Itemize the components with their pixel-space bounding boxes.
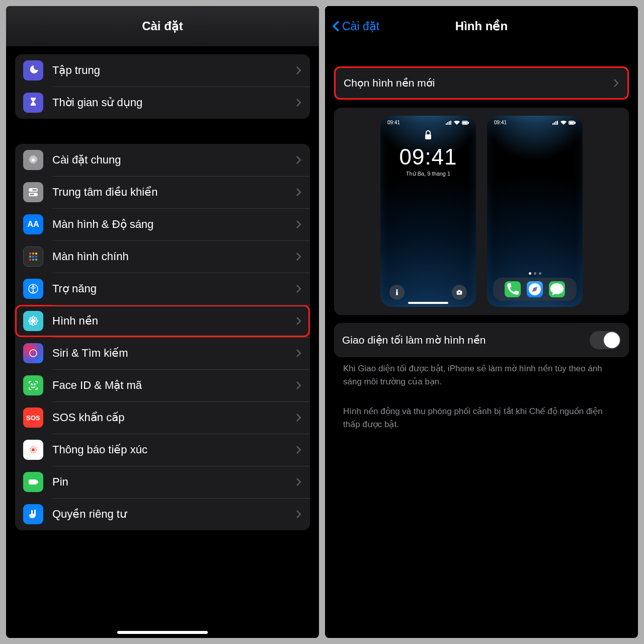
choose-wallpaper-group: Chọn hình nền mới (334, 66, 629, 100)
moon-icon (23, 60, 43, 80)
row-label: Trung tâm điều khiển (52, 186, 287, 199)
row-sos[interactable]: SOS SOS khẩn cấp (15, 401, 310, 434)
svg-point-26 (31, 384, 32, 385)
row-label: Tập trung (52, 64, 287, 77)
hand-icon (23, 504, 43, 524)
svg-rect-43 (552, 123, 553, 125)
chevron-right-icon (296, 316, 302, 326)
messages-app-icon (549, 281, 565, 297)
footnote-1: Khi Giao diện tối được bật, iPhone sẽ là… (334, 357, 629, 388)
svg-rect-11 (29, 259, 31, 261)
sos-icon: SOS (23, 408, 43, 428)
lockscreen-preview[interactable]: 09:41 09:41 Thứ Ba, 9 tháng 1 (380, 116, 476, 307)
exposure-icon (23, 440, 43, 460)
row-accessibility[interactable]: Trợ năng (15, 273, 310, 305)
row-label: Pin (52, 475, 287, 489)
svg-rect-8 (29, 256, 31, 258)
home-indicator (408, 302, 448, 304)
row-label: Trợ năng (52, 282, 287, 295)
chevron-right-icon (296, 155, 302, 165)
mini-status-bar: 09:41 (487, 116, 583, 125)
row-label: Thời gian sử dụng (52, 96, 287, 109)
chevron-right-icon (296, 98, 302, 107)
svg-rect-48 (575, 122, 576, 123)
row-display-brightness[interactable]: AA Màn hình & Độ sáng (15, 208, 310, 240)
svg-rect-33 (447, 122, 448, 125)
svg-rect-46 (557, 121, 558, 125)
svg-rect-9 (32, 256, 34, 258)
chevron-right-icon (296, 349, 302, 358)
status-icons (552, 120, 576, 125)
svg-rect-32 (446, 123, 447, 125)
homescreen-preview[interactable]: 09:41 (487, 116, 583, 307)
wallpaper-screen: Cài đặt Hình nền Chọn hình nền mới 09:41 (325, 6, 638, 638)
row-focus[interactable]: Tập trung (15, 54, 310, 87)
lock-time: 09:41 (399, 144, 457, 170)
row-exposure[interactable]: Thông báo tiếp xúc (15, 434, 310, 466)
svg-point-29 (32, 448, 35, 451)
settings-screen: Cài đặt Tập trung Thời gian sử dụng (6, 6, 319, 638)
row-label: SOS khẩn cấp (52, 411, 287, 424)
siri-icon (23, 343, 43, 363)
flower-icon (23, 311, 43, 331)
svg-rect-7 (35, 253, 37, 255)
row-screen-time[interactable]: Thời gian sử dụng (15, 87, 310, 119)
back-button[interactable]: Cài đặt (332, 6, 379, 46)
row-home-screen[interactable]: Màn hình chính (15, 240, 310, 273)
row-label: Quyền riêng tư (52, 508, 287, 521)
lock-date: Thứ Ba, 9 tháng 1 (406, 171, 450, 177)
svg-rect-10 (35, 256, 37, 258)
lock-icon (424, 130, 432, 142)
dark-dims-switch[interactable] (590, 331, 621, 349)
row-control-center[interactable]: Trung tâm điều khiển (15, 176, 310, 208)
wallpaper-content: Chọn hình nền mới 09:41 (325, 46, 638, 638)
accessibility-icon (23, 279, 43, 299)
home-indicator (117, 631, 208, 634)
row-label: Face ID & Mật mã (52, 379, 287, 392)
svg-point-25 (30, 350, 37, 357)
battery-icon (23, 472, 43, 492)
svg-point-2 (31, 189, 32, 191)
camera-icon (452, 285, 467, 300)
flashlight-icon (389, 285, 405, 300)
safari-app-icon (527, 281, 543, 297)
row-label: Màn hình chính (52, 250, 287, 263)
svg-rect-49 (570, 122, 574, 124)
row-label: Chọn hình nền mới (344, 77, 604, 89)
svg-rect-13 (35, 259, 37, 261)
row-battery[interactable]: Pin (15, 466, 310, 498)
svg-point-15 (33, 286, 34, 287)
settings-content: Tập trung Thời gian sử dụng Cài đặt chun… (6, 46, 319, 638)
svg-rect-35 (450, 121, 451, 125)
row-siri-search[interactable]: Siri & Tìm kiếm (15, 337, 310, 369)
row-choose-wallpaper[interactable]: Chọn hình nền mới (336, 68, 627, 98)
row-label: Màn hình & Độ sáng (52, 218, 287, 231)
switches-icon (23, 182, 43, 202)
chevron-right-icon (296, 413, 302, 422)
row-wallpaper[interactable]: Hình nền (15, 305, 310, 337)
face-icon (23, 375, 43, 395)
wallpaper-preview-card: 09:41 09:41 Thứ Ba, 9 tháng 1 (334, 108, 629, 315)
chevron-right-icon (296, 252, 302, 261)
navbar: Cài đặt (6, 6, 319, 46)
chevron-right-icon (296, 445, 302, 454)
back-label: Cài đặt (342, 20, 379, 33)
row-general[interactable]: Cài đặt chung (15, 144, 310, 176)
row-label: Hình nền (52, 314, 287, 328)
row-privacy[interactable]: Quyền riêng tư (15, 498, 310, 530)
chevron-right-icon (296, 66, 302, 75)
svg-rect-34 (449, 121, 450, 125)
aa-icon: AA (23, 214, 43, 234)
grid-icon (23, 247, 43, 267)
status-time: 09:41 (387, 120, 400, 125)
chevron-right-icon (613, 78, 619, 88)
svg-rect-5 (29, 253, 31, 255)
svg-rect-38 (463, 122, 467, 124)
settings-group-focus: Tập trung Thời gian sử dụng (15, 54, 310, 119)
svg-point-41 (458, 292, 460, 294)
svg-rect-37 (468, 122, 469, 123)
svg-rect-12 (32, 259, 34, 261)
svg-point-27 (34, 384, 35, 385)
toggle-label: Giao diện tối làm mờ hình nền (342, 334, 590, 346)
row-face-id[interactable]: Face ID & Mật mã (15, 369, 310, 401)
